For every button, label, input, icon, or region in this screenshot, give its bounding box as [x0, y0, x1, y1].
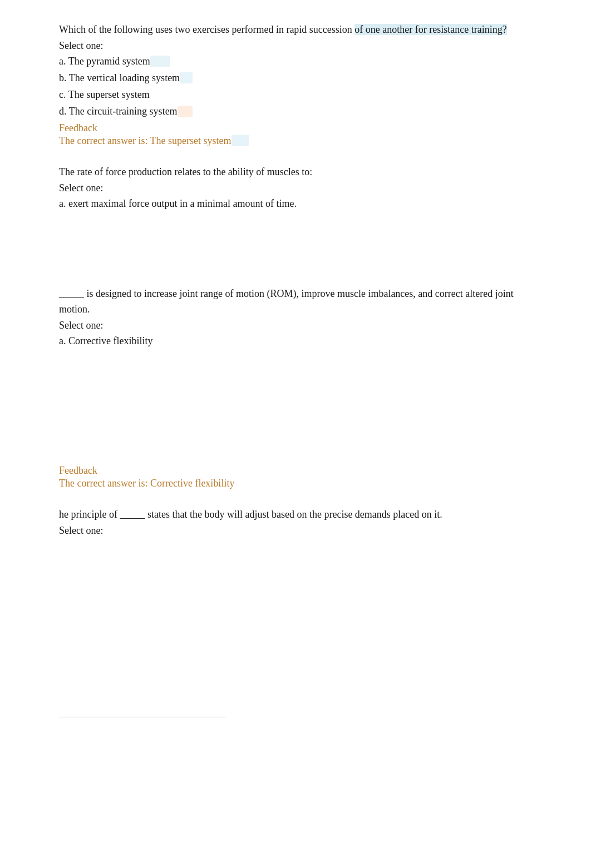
q4-select-one: Select one: — [59, 525, 532, 537]
q3-feedback-answer: The correct answer is: Corrective flexib… — [59, 478, 532, 489]
q2-select-one: Select one: — [59, 182, 532, 194]
q3-spacer2 — [59, 406, 532, 462]
question-1: Which of the following uses two exercise… — [59, 22, 532, 147]
question-4: he principle of _____ states that the bo… — [59, 507, 532, 717]
q1-option-a: a. The pyramid system — [59, 54, 532, 70]
q3-text: _____ is designed to increase joint rang… — [59, 286, 532, 318]
q4-spacer2 — [59, 594, 532, 650]
q4-text: he principle of _____ states that the bo… — [59, 507, 532, 523]
q1-option-b: b. The vertical loading system — [59, 71, 532, 86]
q3-select-one: Select one: — [59, 320, 532, 331]
q4-spacer1 — [59, 539, 532, 594]
q3-option-a: a. Corrective flexibility — [59, 334, 532, 349]
q1-text-part1: Which of the following uses two exercise… — [59, 24, 354, 35]
q2-option-a: a. exert maximal force output in a minim… — [59, 196, 532, 212]
q4-spacer3 — [59, 650, 532, 706]
q1-highlight1: of one another for resistance training? — [354, 24, 506, 35]
q1-feedback-label: Feedback — [59, 122, 532, 134]
q1-feedback-answer: The correct answer is: The superset syst… — [59, 135, 532, 147]
question-2: The rate of force production relates to … — [59, 165, 532, 269]
question-3: _____ is designed to increase joint rang… — [59, 286, 532, 489]
q3-spacer — [59, 350, 532, 406]
q1-option-d: d. The circuit-training system — [59, 104, 532, 120]
q4-divider — [59, 717, 226, 717]
q2-spacer — [59, 213, 532, 269]
q3-feedback-label: Feedback — [59, 465, 532, 477]
q1-select-one: Select one: — [59, 40, 532, 52]
q1-option-c: c. The superset system — [59, 87, 532, 103]
q2-text: The rate of force production relates to … — [59, 165, 532, 180]
q1-text: Which of the following uses two exercise… — [59, 22, 532, 38]
